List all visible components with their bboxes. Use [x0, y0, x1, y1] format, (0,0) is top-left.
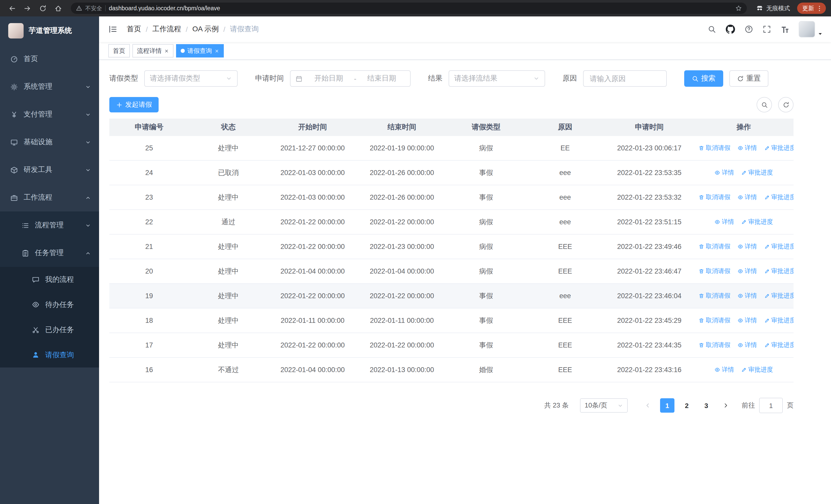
- sidebar-item-devtools[interactable]: 研发工具: [0, 156, 99, 184]
- sidebar-item-my-process[interactable]: 我的流程: [0, 267, 99, 292]
- cancel-leave-link[interactable]: 取消请假: [698, 144, 730, 152]
- tab-leave-query[interactable]: 请假查询: [176, 44, 224, 58]
- cancel-leave-link[interactable]: 取消请假: [698, 193, 730, 202]
- browser-menu-kebab-icon[interactable]: [816, 5, 823, 11]
- close-icon[interactable]: [164, 49, 169, 53]
- approval-progress-link[interactable]: 审批进度: [764, 144, 794, 152]
- cancel-leave-link[interactable]: 取消请假: [698, 267, 730, 276]
- approval-progress-link[interactable]: 审批进度: [764, 292, 794, 300]
- sidebar-item-process-mgmt[interactable]: 流程管理: [0, 211, 99, 239]
- detail-link[interactable]: 详情: [738, 242, 757, 251]
- fullscreen-icon[interactable]: [763, 25, 771, 33]
- approval-progress-link[interactable]: 审批进度: [764, 193, 794, 202]
- eye-icon: [738, 318, 743, 323]
- detail-link[interactable]: 详情: [715, 217, 734, 226]
- cell-end-time: 2022-01-04 00:00:00: [357, 259, 447, 284]
- sidebar-logo[interactable]: 芋道管理系统: [0, 17, 99, 45]
- edit-icon: [764, 244, 770, 249]
- cancel-leave-link[interactable]: 取消请假: [698, 341, 730, 350]
- sidebar-item-payment[interactable]: 支付管理: [0, 100, 99, 128]
- leave-type-select[interactable]: 请选择请假类型: [144, 70, 238, 87]
- detail-link[interactable]: 详情: [715, 365, 734, 374]
- approval-progress-link[interactable]: 审批进度: [741, 217, 773, 226]
- sidebar-item-task-mgmt[interactable]: 任务管理: [0, 239, 99, 267]
- font-size-icon[interactable]: [781, 25, 789, 33]
- toggle-search-button[interactable]: [756, 97, 772, 112]
- page-1-button[interactable]: 1: [660, 398, 675, 413]
- edit-icon: [764, 318, 770, 323]
- date-range-picker[interactable]: 开始日期 - 结束日期: [290, 70, 411, 87]
- cell-end-time: 2022-01-26 00:00:00: [357, 185, 447, 210]
- page-size-select[interactable]: 10条/页: [580, 398, 628, 413]
- github-icon[interactable]: [726, 25, 735, 34]
- page-2-button[interactable]: 2: [680, 398, 694, 413]
- back-icon[interactable]: [5, 2, 19, 15]
- url-text[interactable]: dashboard.yudao.iocoder.cn/bpm/oa/leave: [109, 5, 733, 11]
- detail-link[interactable]: 详情: [738, 316, 757, 325]
- reason-input[interactable]: [589, 74, 661, 83]
- approval-progress-link[interactable]: 审批进度: [741, 168, 773, 177]
- prev-page-button[interactable]: [640, 398, 655, 413]
- search-button[interactable]: 搜索: [684, 70, 723, 87]
- sidebar-item-done-tasks[interactable]: 已办任务: [0, 317, 99, 342]
- cell-leave-type: 婚假: [447, 357, 525, 382]
- detail-link[interactable]: 详情: [738, 193, 757, 202]
- address-bar[interactable]: 不安全 dashboard.yudao.iocoder.cn/bpm/oa/le…: [71, 3, 747, 14]
- create-leave-button[interactable]: 发起请假: [109, 97, 159, 112]
- detail-link[interactable]: 详情: [738, 144, 757, 152]
- chevron-down-icon: [85, 112, 91, 117]
- sidebar-item-leave-query[interactable]: 请假查询: [0, 342, 99, 367]
- cell-reason: EEE: [525, 234, 605, 259]
- cell-leave-type: 事假: [447, 308, 525, 333]
- range-separator: -: [354, 75, 356, 83]
- chevron-left-icon: [645, 403, 651, 409]
- help-icon[interactable]: [745, 25, 753, 33]
- cell-id: 16: [109, 357, 189, 382]
- approval-progress-link[interactable]: 审批进度: [764, 341, 794, 350]
- user-avatar[interactable]: [799, 21, 823, 37]
- table-row: 20 处理中 2022-01-04 00:00:00 2022-01-04 00…: [109, 259, 794, 284]
- sidebar-item-label: 支付管理: [24, 110, 52, 119]
- sidebar-collapse-button[interactable]: [106, 23, 120, 36]
- page-3-button[interactable]: 3: [699, 398, 713, 413]
- sidebar-item-label: 工作流程: [24, 193, 52, 202]
- breadcrumb-item[interactable]: OA 示例: [193, 25, 219, 34]
- sidebar-item-home[interactable]: 首页: [0, 45, 99, 73]
- tab-process-detail[interactable]: 流程详情: [133, 44, 173, 58]
- forward-icon[interactable]: [21, 2, 34, 15]
- detail-link[interactable]: 详情: [738, 292, 757, 300]
- bookmark-star-icon[interactable]: [736, 5, 742, 11]
- goto-page-input[interactable]: [759, 398, 783, 413]
- cancel-leave-link[interactable]: 取消请假: [698, 242, 730, 251]
- reset-button[interactable]: 重置: [729, 70, 768, 87]
- approval-progress-link[interactable]: 审批进度: [764, 316, 794, 325]
- next-page-button[interactable]: [719, 398, 733, 413]
- approval-progress-link[interactable]: 审批进度: [741, 365, 773, 374]
- detail-link[interactable]: 详情: [738, 267, 757, 276]
- not-secure-warning-icon[interactable]: [76, 5, 82, 11]
- detail-link[interactable]: 详情: [715, 168, 734, 177]
- sidebar-item-infra[interactable]: 基础设施: [0, 128, 99, 156]
- reload-icon[interactable]: [36, 2, 49, 15]
- sidebar-item-system[interactable]: 系统管理: [0, 73, 99, 100]
- chevron-right-icon: [723, 403, 729, 409]
- refresh-table-button[interactable]: [778, 97, 794, 112]
- update-button[interactable]: 更新: [797, 3, 826, 14]
- cell-status: 通过: [189, 210, 268, 234]
- cancel-leave-link[interactable]: 取消请假: [698, 292, 730, 300]
- close-icon[interactable]: [214, 49, 219, 53]
- detail-link[interactable]: 详情: [738, 341, 757, 350]
- approval-progress-link[interactable]: 审批进度: [764, 242, 794, 251]
- breadcrumb-item[interactable]: 首页: [127, 25, 141, 34]
- table-row: 18 处理中 2022-01-11 00:00:00 2022-01-11 00…: [109, 308, 794, 333]
- result-select[interactable]: 请选择流结果: [449, 70, 545, 87]
- search-icon[interactable]: [708, 25, 716, 33]
- breadcrumb-separator: /: [223, 25, 225, 33]
- home-icon[interactable]: [51, 2, 65, 15]
- approval-progress-link[interactable]: 审批进度: [764, 267, 794, 276]
- cancel-leave-link[interactable]: 取消请假: [698, 316, 730, 325]
- breadcrumb-item[interactable]: 工作流程: [152, 25, 181, 34]
- tab-home[interactable]: 首页: [108, 44, 130, 58]
- sidebar-item-todo-tasks[interactable]: 待办任务: [0, 292, 99, 317]
- sidebar-item-workflow[interactable]: 工作流程: [0, 184, 99, 211]
